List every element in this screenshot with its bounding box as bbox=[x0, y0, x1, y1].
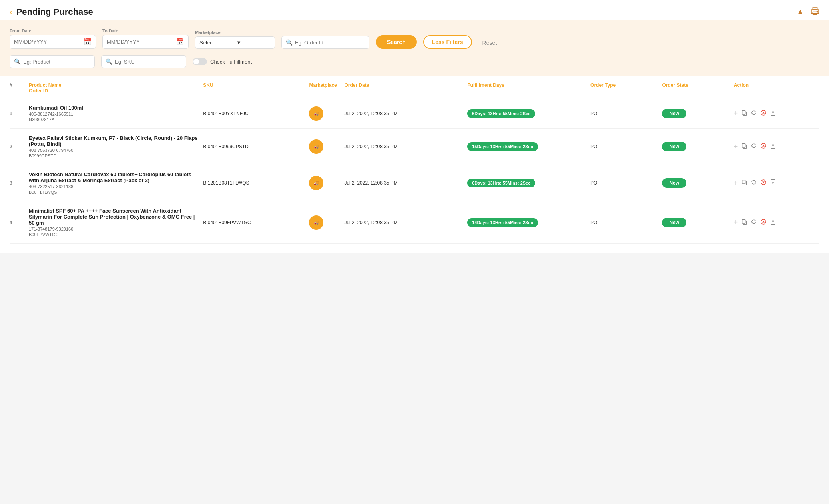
marketplace-select-value: Select bbox=[199, 40, 234, 46]
cell-order-date: Jul 2, 2022, 12:08:35 PM bbox=[344, 111, 464, 116]
chevron-down-icon: ▼ bbox=[236, 40, 271, 46]
cancel-action-icon[interactable] bbox=[760, 143, 767, 151]
from-date-calendar-icon[interactable]: 📅 bbox=[84, 38, 92, 46]
order-id-search-icon: 🔍 bbox=[286, 39, 293, 46]
product-name: Minimalist SPF 60+ PA ++++ Face Sunscree… bbox=[29, 208, 200, 226]
add-action-icon[interactable]: + bbox=[734, 179, 738, 187]
document-action-icon[interactable] bbox=[770, 179, 776, 187]
reset-button[interactable]: Reset bbox=[478, 37, 501, 49]
refresh-action-icon[interactable] bbox=[751, 110, 757, 118]
cell-order-date: Jul 2, 2022, 12:08:35 PM bbox=[344, 144, 464, 149]
to-date-input-wrapper: 📅 bbox=[102, 35, 189, 49]
copy-action-icon[interactable] bbox=[741, 143, 747, 151]
cell-num: 3 bbox=[10, 180, 26, 186]
table-body: 1 Kumkumadi Oil 100ml 406-8812742-166591… bbox=[10, 98, 819, 244]
state-badge: New bbox=[662, 109, 686, 118]
col-header-order-state: Order State bbox=[662, 82, 730, 94]
search-button[interactable]: Search bbox=[376, 35, 417, 49]
document-action-icon[interactable] bbox=[770, 219, 776, 227]
state-badge: New bbox=[662, 218, 686, 227]
marketplace-select[interactable]: Select ▼ bbox=[195, 36, 275, 49]
filter-row-1: From Date 📅 To Date 📅 Marketplace Select… bbox=[10, 28, 819, 49]
add-action-icon[interactable]: + bbox=[734, 109, 738, 118]
sku-search-input[interactable] bbox=[115, 59, 182, 65]
from-date-input[interactable] bbox=[14, 39, 81, 45]
document-action-icon[interactable] bbox=[770, 143, 776, 151]
order-id-search-wrapper: 🔍 bbox=[281, 36, 369, 49]
marketplace-label: Marketplace bbox=[195, 30, 275, 35]
col-header-marketplace: Marketplace bbox=[309, 82, 341, 94]
state-badge: New bbox=[662, 178, 686, 188]
page-header: ‹ Pending Purchase ▲ bbox=[0, 0, 829, 20]
svg-point-3 bbox=[817, 11, 818, 12]
table-row: 4 Minimalist SPF 60+ PA ++++ Face Sunscr… bbox=[10, 201, 819, 244]
cell-fulfillment: 6Days: 13Hrs: 55Mins: 2Sec bbox=[467, 109, 587, 118]
to-date-calendar-icon[interactable]: 📅 bbox=[176, 38, 184, 46]
cell-order-type: PO bbox=[590, 220, 659, 225]
to-date-input[interactable] bbox=[107, 39, 174, 45]
cell-product: Vokin Biotech Natural Cardiovax 60 table… bbox=[29, 171, 200, 195]
col-header-order-type: Order Type bbox=[590, 82, 659, 94]
col-header-fulfillment: Fulfillment Days bbox=[467, 82, 587, 94]
order-id: 408-7563720-6794760 bbox=[29, 148, 200, 153]
svg-text:🚚: 🚚 bbox=[314, 144, 319, 149]
header-left: ‹ Pending Purchase bbox=[10, 7, 93, 17]
col-header-product: Product NameOrder ID bbox=[29, 82, 200, 94]
product-search-input[interactable] bbox=[23, 59, 90, 65]
cell-marketplace: 🚚 bbox=[309, 176, 341, 190]
sku-code: B09FPVWTGC bbox=[29, 232, 200, 237]
product-name: Vokin Biotech Natural Cardiovax 60 table… bbox=[29, 171, 200, 183]
svg-text:🚚: 🚚 bbox=[314, 180, 319, 185]
fulfillment-badge: 14Days: 13Hrs: 55Mins: 2Sec bbox=[467, 218, 538, 227]
sku-search-icon: 🔍 bbox=[106, 58, 112, 65]
product-search-wrapper: 🔍 bbox=[10, 55, 95, 68]
filter-section: From Date 📅 To Date 📅 Marketplace Select… bbox=[0, 20, 829, 76]
to-date-group: To Date 📅 bbox=[102, 28, 189, 49]
refresh-action-icon[interactable] bbox=[751, 219, 757, 227]
marketplace-icon: 🚚 bbox=[309, 176, 323, 190]
fulfillment-badge: 15Days: 13Hrs: 55Mins: 2Sec bbox=[467, 142, 538, 151]
cell-marketplace: 🚚 bbox=[309, 139, 341, 154]
from-date-input-wrapper: 📅 bbox=[10, 35, 96, 49]
upload-icon[interactable]: ▲ bbox=[796, 7, 804, 16]
copy-action-icon[interactable] bbox=[741, 179, 747, 187]
refresh-action-icon[interactable] bbox=[751, 143, 757, 151]
filter-row-2: 🔍 🔍 Check FulFillment bbox=[10, 55, 819, 68]
cell-sku: BI0401B00YXTNFJC bbox=[203, 111, 306, 116]
copy-action-icon[interactable] bbox=[741, 110, 747, 118]
cancel-action-icon[interactable] bbox=[760, 110, 767, 118]
svg-rect-0 bbox=[813, 7, 817, 10]
table-row: 1 Kumkumadi Oil 100ml 406-8812742-166591… bbox=[10, 98, 819, 129]
product-search-icon: 🔍 bbox=[14, 58, 21, 65]
svg-rect-40 bbox=[742, 219, 745, 223]
order-id-search-input[interactable] bbox=[295, 40, 365, 46]
col-header-order-date: Order Date bbox=[344, 82, 464, 94]
svg-text:🚚: 🚚 bbox=[314, 220, 319, 225]
check-fulfillment-group: Check FulFillment bbox=[193, 58, 252, 65]
add-action-icon[interactable]: + bbox=[734, 143, 738, 151]
cancel-action-icon[interactable] bbox=[760, 179, 767, 187]
copy-action-icon[interactable] bbox=[741, 219, 747, 227]
sku-search-wrapper: 🔍 bbox=[101, 55, 186, 68]
cell-order-state: New bbox=[662, 109, 730, 118]
less-filters-button[interactable]: Less Filters bbox=[423, 35, 472, 49]
cell-product: Minimalist SPF 60+ PA ++++ Face Sunscree… bbox=[29, 208, 200, 237]
page-title: Pending Purchase bbox=[16, 7, 93, 17]
check-fulfillment-toggle[interactable] bbox=[193, 58, 207, 65]
cell-order-type: PO bbox=[590, 144, 659, 149]
fulfillment-badge: 6Days: 13Hrs: 55Mins: 2Sec bbox=[467, 179, 535, 187]
document-action-icon[interactable] bbox=[770, 110, 776, 118]
col-header-action: Action bbox=[734, 82, 819, 94]
order-id: 406-8812742-1665911 bbox=[29, 112, 200, 116]
cancel-action-icon[interactable] bbox=[760, 219, 767, 227]
to-date-label: To Date bbox=[102, 28, 189, 33]
cell-marketplace: 🚚 bbox=[309, 215, 341, 230]
add-action-icon[interactable]: + bbox=[734, 218, 738, 227]
cell-order-type: PO bbox=[590, 111, 659, 116]
refresh-action-icon[interactable] bbox=[751, 179, 757, 187]
back-icon[interactable]: ‹ bbox=[10, 7, 12, 16]
check-fulfillment-label: Check FulFillment bbox=[210, 59, 252, 65]
marketplace-icon: 🚚 bbox=[309, 106, 323, 121]
print-icon[interactable] bbox=[811, 6, 819, 17]
cell-fulfillment: 14Days: 13Hrs: 55Mins: 2Sec bbox=[467, 218, 587, 227]
